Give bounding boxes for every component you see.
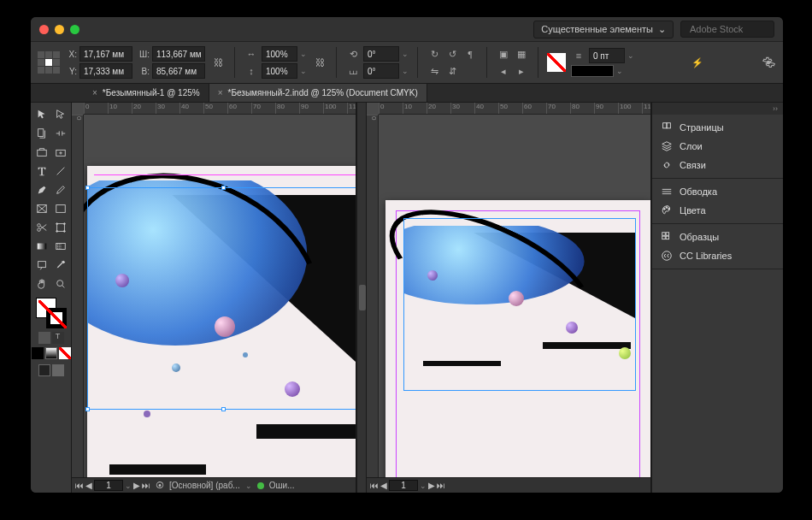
direct-selection-tool[interactable] bbox=[52, 106, 69, 123]
eyedropper-tool[interactable] bbox=[52, 257, 69, 274]
x-input[interactable] bbox=[79, 46, 132, 62]
master-indicator[interactable]: [Основной] (раб... bbox=[169, 481, 240, 490]
panel-stroke[interactable]: Обводка bbox=[652, 182, 783, 201]
rotate-ccw-icon[interactable]: ↺ bbox=[444, 46, 460, 62]
h-label: В: bbox=[138, 67, 150, 76]
select-next-icon[interactable]: ▸ bbox=[514, 63, 529, 79]
panel-layers[interactable]: Слои bbox=[652, 137, 783, 156]
stroke-style-dropdown[interactable] bbox=[571, 65, 614, 77]
rectangle-frame-tool[interactable] bbox=[33, 200, 50, 217]
pencil-tool[interactable] bbox=[52, 181, 69, 198]
gradient-swatch-tool[interactable] bbox=[33, 238, 50, 255]
pane-divider[interactable] bbox=[356, 103, 367, 493]
scissors-tool[interactable] bbox=[33, 219, 50, 236]
canvas-pane-left[interactable]: 0102030405060708090100110 01020304050607… bbox=[72, 103, 356, 493]
prev-page-icon[interactable]: ◀ bbox=[85, 481, 92, 490]
scale-x-input[interactable] bbox=[262, 46, 297, 62]
stroke-swatch[interactable] bbox=[547, 53, 566, 72]
paragraph-icon[interactable]: ¶ bbox=[462, 46, 478, 62]
last-page-icon[interactable]: ⏭ bbox=[437, 481, 445, 490]
formatting-text-icon[interactable]: T bbox=[52, 332, 64, 344]
h-input[interactable] bbox=[152, 63, 205, 79]
note-tool[interactable] bbox=[33, 257, 50, 274]
flip-h-icon[interactable]: ⇋ bbox=[427, 63, 442, 79]
gap-tool[interactable] bbox=[52, 125, 69, 142]
quick-apply-icon[interactable]: ⚡ bbox=[690, 55, 705, 70]
page-input[interactable] bbox=[94, 480, 123, 491]
pasteboard[interactable] bbox=[379, 115, 650, 477]
last-page-icon[interactable]: ⏭ bbox=[142, 481, 150, 490]
chevron-down-icon[interactable]: ⌄ bbox=[616, 67, 623, 75]
type-tool[interactable] bbox=[33, 162, 50, 180]
constrain-scale-icon[interactable]: ⛓ bbox=[312, 55, 327, 70]
prev-page-icon[interactable]: ◀ bbox=[380, 481, 387, 490]
document-tab[interactable]: × *Безымянный-2.indd @ 125% (Document CM… bbox=[209, 84, 427, 102]
panel-pages[interactable]: Страницы bbox=[652, 118, 783, 137]
canvas-pane-right[interactable]: 0102030405060708090100110 01020304050607… bbox=[367, 103, 651, 493]
rotate-input[interactable] bbox=[363, 46, 399, 62]
chevron-down-icon[interactable]: ⌄ bbox=[125, 482, 132, 490]
select-prev-icon[interactable]: ◂ bbox=[496, 63, 511, 79]
workspace-selector[interactable]: Существенные элементы ⌄ bbox=[533, 21, 674, 38]
chevron-down-icon[interactable]: ⌄ bbox=[245, 482, 252, 490]
y-input[interactable] bbox=[79, 63, 132, 79]
first-page-icon[interactable]: ⏮ bbox=[370, 481, 379, 490]
stroke-proxy[interactable] bbox=[46, 308, 67, 328]
apply-gradient-icon[interactable] bbox=[45, 347, 57, 359]
chevron-down-icon[interactable]: ⌄ bbox=[402, 50, 409, 58]
reference-point-grid[interactable] bbox=[38, 51, 60, 74]
gradient-feather-tool[interactable] bbox=[52, 238, 69, 255]
select-container-icon[interactable]: ▣ bbox=[496, 46, 511, 62]
select-content-icon[interactable]: ▦ bbox=[514, 46, 529, 62]
pen-tool[interactable] bbox=[33, 181, 50, 198]
preflight-status-icon[interactable] bbox=[257, 482, 264, 489]
stroke-weight-input[interactable] bbox=[589, 48, 625, 63]
chevron-down-icon[interactable]: ⌄ bbox=[300, 50, 307, 58]
content-collector-tool[interactable] bbox=[33, 144, 50, 161]
constrain-wh-icon[interactable]: ⛓ bbox=[210, 55, 226, 70]
flip-v-icon[interactable]: ⇵ bbox=[444, 63, 460, 79]
document-tab[interactable]: × *Безымянный-1 @ 125% bbox=[84, 84, 209, 102]
apply-color-icon[interactable] bbox=[32, 347, 44, 359]
page-tool[interactable] bbox=[33, 125, 50, 142]
formatting-container-icon[interactable] bbox=[38, 332, 50, 344]
panel-color[interactable]: Цвета bbox=[652, 201, 783, 220]
line-tool[interactable] bbox=[52, 162, 69, 180]
preflight-text[interactable]: Оши... bbox=[269, 481, 295, 490]
fill-stroke-proxy[interactable] bbox=[36, 298, 67, 328]
next-page-icon[interactable]: ▶ bbox=[428, 481, 435, 490]
rotate-cw-icon[interactable]: ↻ bbox=[427, 46, 442, 62]
chevron-down-icon[interactable]: ⌄ bbox=[402, 67, 409, 75]
chevron-down-icon[interactable]: ⌄ bbox=[300, 67, 307, 75]
pasteboard[interactable] bbox=[84, 115, 356, 477]
panel-cc-libraries[interactable]: CC Libraries bbox=[652, 246, 783, 265]
content-placer-tool[interactable] bbox=[52, 144, 69, 161]
close-button[interactable] bbox=[39, 25, 49, 34]
scale-y-input[interactable] bbox=[262, 63, 297, 79]
view-mode-preview-icon[interactable] bbox=[52, 364, 64, 376]
chevron-down-icon[interactable]: ⌄ bbox=[627, 51, 634, 60]
close-tab-icon[interactable]: × bbox=[92, 88, 97, 98]
next-page-icon[interactable]: ▶ bbox=[133, 481, 140, 490]
view-mode-normal-icon[interactable] bbox=[38, 364, 50, 376]
minimize-button[interactable] bbox=[55, 25, 64, 34]
chevron-down-icon[interactable]: ⌄ bbox=[420, 482, 427, 490]
first-page-icon[interactable]: ⏮ bbox=[75, 481, 84, 490]
shear-input[interactable] bbox=[363, 63, 399, 79]
hand-tool[interactable] bbox=[33, 275, 50, 292]
panel-links[interactable]: Связи bbox=[652, 156, 783, 174]
open-nav-icon[interactable]: ⦿ bbox=[156, 481, 164, 490]
panel-swatches[interactable]: Образцы bbox=[652, 228, 783, 246]
w-input[interactable] bbox=[152, 46, 205, 62]
close-tab-icon[interactable]: × bbox=[218, 88, 223, 98]
free-transform-tool[interactable] bbox=[52, 219, 69, 236]
maximize-button[interactable] bbox=[70, 25, 79, 34]
panel-collapse-bar[interactable]: ›› bbox=[652, 103, 783, 115]
settings-icon[interactable] bbox=[761, 55, 776, 70]
adobe-stock-search[interactable]: Adobe Stock bbox=[680, 21, 774, 38]
zoom-tool[interactable] bbox=[52, 275, 69, 292]
selection-tool[interactable] bbox=[33, 106, 50, 123]
page-input[interactable] bbox=[389, 480, 418, 491]
apply-none-icon[interactable] bbox=[59, 347, 71, 359]
rectangle-tool[interactable] bbox=[52, 200, 69, 217]
